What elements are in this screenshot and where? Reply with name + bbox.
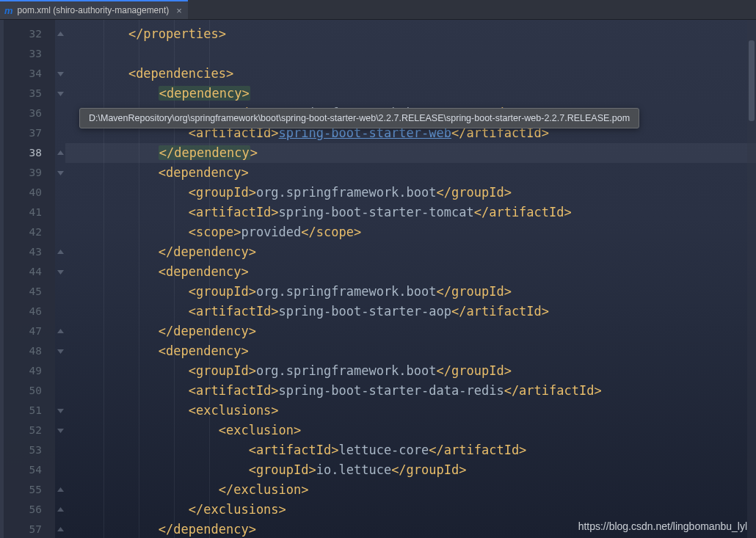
fold-marker[interactable] [55, 500, 65, 520]
line-number[interactable]: 38 [4, 143, 55, 163]
code-line[interactable]: <exclusions> [68, 401, 746, 421]
close-icon[interactable]: × [176, 5, 182, 16]
line-number[interactable]: 44 [4, 262, 55, 282]
code-line[interactable]: <groupId>org.springframework.boot</group… [68, 282, 746, 302]
fold-marker [55, 183, 65, 203]
fold-marker[interactable] [55, 421, 65, 440]
fold-marker [55, 222, 65, 242]
line-number[interactable]: 36 [4, 103, 55, 123]
code-line[interactable]: </exclusions> [68, 500, 746, 520]
fold-marker[interactable] [55, 242, 65, 262]
line-number[interactable]: 50 [4, 381, 55, 401]
line-number[interactable]: 34 [4, 64, 55, 84]
line-number[interactable]: 52 [4, 421, 55, 440]
fold-marker [55, 302, 65, 321]
line-number[interactable]: 41 [4, 203, 55, 222]
code-line[interactable]: <artifactId>lettuce-core</artifactId> [68, 440, 746, 460]
code-line[interactable]: </properties> [68, 24, 746, 44]
line-number[interactable]: 32 [4, 24, 55, 44]
fold-marker [55, 381, 65, 401]
fold-marker [55, 282, 65, 302]
tab-title: pom.xml (shiro-authority-management) [18, 5, 170, 15]
code-line[interactable]: </dependency> [68, 143, 746, 163]
fold-marker [55, 123, 65, 143]
code-line[interactable]: <groupId>org.springframework.boot</group… [68, 361, 746, 381]
code-line[interactable]: <groupId>org.springframework.boot</group… [68, 183, 746, 203]
line-number[interactable]: 45 [4, 282, 55, 302]
maven-icon: m [4, 5, 13, 16]
code-line[interactable]: </dependency> [68, 321, 746, 341]
vertical-scrollbar[interactable] [747, 20, 756, 538]
watermark: https://blog.csdn.net/lingbomanbu_lyl [578, 520, 747, 532]
fold-marker [55, 44, 65, 64]
code-line[interactable]: <scope>provided</scope> [68, 222, 746, 242]
editor-window: m pom.xml (shiro-authority-management) ×… [0, 0, 756, 538]
line-number[interactable]: 42 [4, 222, 55, 242]
hover-tooltip: D:\MavenRepository\org\springframework\b… [79, 108, 639, 128]
fold-marker [55, 460, 65, 480]
code-line[interactable]: <artifactId>spring-boot-starter-data-red… [68, 381, 746, 401]
code-line[interactable]: <dependency> [68, 84, 746, 103]
line-number[interactable]: 33 [4, 44, 55, 64]
code-line[interactable]: <dependency> [68, 262, 746, 282]
line-number[interactable]: 53 [4, 440, 55, 460]
line-number-gutter[interactable]: 3233343536373839404142434445464748495051… [4, 20, 55, 538]
line-number[interactable]: 51 [4, 401, 55, 421]
fold-marker[interactable] [55, 520, 65, 538]
code-line[interactable] [68, 44, 746, 64]
code-content[interactable]: </properties> <dependencies> <dependency… [65, 20, 756, 538]
fold-marker[interactable] [55, 64, 65, 84]
fold-marker[interactable] [55, 341, 65, 361]
fold-column[interactable] [55, 20, 65, 538]
editor-area[interactable]: 3233343536373839404142434445464748495051… [0, 20, 756, 538]
fold-marker[interactable] [55, 84, 65, 103]
fold-marker[interactable] [55, 480, 65, 500]
line-number[interactable]: 35 [4, 84, 55, 103]
line-number[interactable]: 56 [4, 500, 55, 520]
line-number[interactable]: 49 [4, 361, 55, 381]
fold-marker [55, 203, 65, 222]
fold-marker[interactable] [55, 401, 65, 421]
tab-pom-xml[interactable]: m pom.xml (shiro-authority-management) × [0, 0, 188, 19]
code-line[interactable]: <dependency> [68, 341, 746, 361]
line-number[interactable]: 46 [4, 302, 55, 321]
code-line[interactable]: <dependency> [68, 163, 746, 183]
line-number[interactable]: 47 [4, 321, 55, 341]
fold-marker[interactable] [55, 262, 65, 282]
scrollbar-thumb[interactable] [749, 40, 755, 121]
line-number[interactable]: 57 [4, 520, 55, 538]
fold-marker [55, 440, 65, 460]
fold-marker [55, 361, 65, 381]
fold-marker [55, 103, 65, 123]
code-line[interactable]: <groupId>io.lettuce</groupId> [68, 460, 746, 480]
line-number[interactable]: 55 [4, 480, 55, 500]
code-line[interactable]: </exclusion> [68, 480, 746, 500]
code-line[interactable]: <artifactId>spring-boot-starter-tomcat</… [68, 203, 746, 222]
line-number[interactable]: 37 [4, 123, 55, 143]
code-line[interactable]: </dependency> [68, 242, 746, 262]
fold-marker[interactable] [55, 163, 65, 183]
fold-marker[interactable] [55, 143, 65, 163]
line-number[interactable]: 54 [4, 460, 55, 480]
code-line[interactable]: <artifactId>spring-boot-starter-aop</art… [68, 302, 746, 321]
fold-marker[interactable] [55, 321, 65, 341]
line-number[interactable]: 39 [4, 163, 55, 183]
line-number[interactable]: 40 [4, 183, 55, 203]
tab-bar: m pom.xml (shiro-authority-management) × [0, 0, 756, 20]
line-number[interactable]: 43 [4, 242, 55, 262]
fold-marker[interactable] [55, 24, 65, 44]
line-number[interactable]: 48 [4, 341, 55, 361]
code-line[interactable]: <dependencies> [68, 64, 746, 84]
code-line[interactable]: <exclusion> [68, 421, 746, 440]
